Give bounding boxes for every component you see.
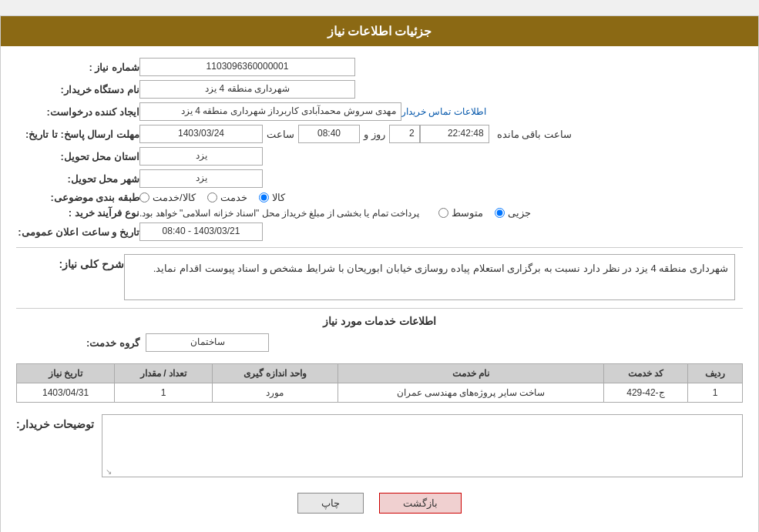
process-jozvi-label: جزیی bbox=[508, 207, 531, 219]
col-row-num: ردیف bbox=[688, 364, 743, 383]
process-note: پرداخت تمام یا بخشی از مبلغ خریداز محل "… bbox=[139, 208, 419, 219]
print-button[interactable]: چاپ bbox=[297, 493, 364, 514]
deadline-date: 1403/03/24 bbox=[139, 125, 263, 143]
resize-icon: ↘ bbox=[104, 467, 112, 475]
cell-row: 1 bbox=[688, 383, 743, 403]
creator-row: ایجاد کننده درخواست: مهدی سروش محمدآبادی… bbox=[16, 102, 743, 121]
cell-date: 1403/04/31 bbox=[17, 383, 115, 403]
process-mottavaset-radio[interactable] bbox=[438, 208, 448, 218]
request-number-row: شماره نیاز : 1103096360000001 bbox=[16, 58, 743, 76]
table-row: 1ج-42-429ساخت سایر پروژه‌های مهندسی عمرا… bbox=[17, 383, 743, 403]
divider-2 bbox=[16, 308, 743, 309]
category-row: طبقه بندی موضوعی: کالا/خدمت خدمت کالا bbox=[16, 192, 743, 203]
services-table-section: ردیف کد خدمت نام خدمت واحد اندازه گیری ت… bbox=[16, 363, 743, 403]
process-jozvi-radio[interactable] bbox=[495, 208, 505, 218]
province-value: یزد bbox=[139, 147, 263, 166]
deadline-time-label: ساعت bbox=[267, 129, 294, 140]
description-text: شهرداری منطقه 4 یزد در نظر دارد نسبت به … bbox=[124, 254, 735, 300]
remarks-box: ↘ bbox=[102, 414, 743, 477]
category-kala-radio[interactable] bbox=[259, 192, 269, 202]
col-service-name: نام خدمت bbox=[338, 364, 603, 383]
remarks-label: توضیحات خریدار: bbox=[16, 418, 94, 430]
services-table-body: 1ج-42-429ساخت سایر پروژه‌های مهندسی عمرا… bbox=[17, 383, 743, 403]
content-area: شماره نیاز : 1103096360000001 نام دستگاه… bbox=[1, 46, 758, 532]
category-kala-label: کالا bbox=[272, 192, 285, 203]
city-value: یزد bbox=[139, 169, 263, 188]
service-group-row: گروه خدمت: ساختمان bbox=[16, 333, 743, 352]
deadline-time: 08:40 bbox=[298, 125, 360, 143]
cell-quantity: 1 bbox=[115, 383, 213, 403]
col-date: تاریخ نیاز bbox=[17, 364, 115, 383]
cell-code: ج-42-429 bbox=[603, 383, 687, 403]
buyer-org-value: شهرداری منطقه 4 یزد bbox=[139, 80, 355, 99]
contact-link[interactable]: اطلاعات تماس خریدار bbox=[401, 106, 486, 117]
cell-name: ساخت سایر پروژه‌های مهندسی عمران bbox=[338, 383, 603, 403]
deadline-days-label: روز و bbox=[364, 129, 385, 140]
province-row: استان محل تحویل: یزد bbox=[16, 147, 743, 166]
category-kala-khedmat-radio[interactable] bbox=[139, 192, 149, 202]
category-khedmat-label: خدمت bbox=[220, 192, 247, 203]
service-group-label: گروه خدمت: bbox=[16, 337, 139, 349]
request-number-label: شماره نیاز : bbox=[16, 62, 139, 73]
creator-value: مهدی سروش محمدآبادی کاربرداز شهرداری منط… bbox=[139, 102, 401, 121]
buyer-org-label: نام دستگاه خریدار: bbox=[16, 84, 139, 95]
page-wrapper: جزئیات اطلاعات نیاز شماره نیاز : 1103096… bbox=[0, 15, 759, 532]
col-quantity: تعداد / مقدار bbox=[115, 364, 213, 383]
description-label: شرح کلی نیاز: bbox=[16, 258, 124, 270]
remarks-section: توضیحات خریدار: ↘ bbox=[16, 414, 743, 477]
divider-1 bbox=[16, 247, 743, 248]
deadline-row: مهلت ارسال پاسخ: تا تاریخ: 1403/03/24 سا… bbox=[16, 125, 743, 143]
province-label: استان محل تحویل: bbox=[16, 151, 139, 162]
buttons-row: بازگشت چاپ bbox=[16, 493, 743, 514]
category-khedmat-radio[interactable] bbox=[207, 192, 217, 202]
services-table-head: ردیف کد خدمت نام خدمت واحد اندازه گیری ت… bbox=[17, 364, 743, 383]
col-service-code: کد خدمت bbox=[603, 364, 687, 383]
category-kala-khedmat-item: کالا/خدمت bbox=[139, 192, 196, 203]
col-unit: واحد اندازه گیری bbox=[213, 364, 338, 383]
process-mottavaset-item: متوسط bbox=[438, 207, 483, 219]
category-radio-group: کالا/خدمت خدمت کالا bbox=[139, 192, 285, 203]
category-kala-khedmat-label: کالا/خدمت bbox=[153, 192, 196, 203]
description-section: شرح کلی نیاز: شهرداری منطقه 4 یزد در نظر… bbox=[16, 254, 743, 300]
announce-value: 1403/03/21 - 08:40 bbox=[139, 223, 263, 241]
process-mottavaset-label: متوسط bbox=[452, 207, 483, 219]
process-radio-group: پرداخت تمام یا بخشی از مبلغ خریداز محل "… bbox=[139, 207, 531, 219]
deadline-remaining-label: ساعت باقی مانده bbox=[497, 129, 572, 140]
page-title: جزئیات اطلاعات نیاز bbox=[327, 25, 432, 38]
announce-row: تاریخ و ساعت اعلان عمومی: 1403/03/21 - 0… bbox=[16, 223, 743, 241]
announce-label: تاریخ و ساعت اعلان عمومی: bbox=[16, 226, 139, 238]
deadline-label: مهلت ارسال پاسخ: تا تاریخ: bbox=[16, 129, 139, 140]
services-table-header-row: ردیف کد خدمت نام خدمت واحد اندازه گیری ت… bbox=[17, 364, 743, 383]
buyer-org-row: نام دستگاه خریدار: شهرداری منطقه 4 یزد bbox=[16, 80, 743, 99]
remarks-value bbox=[102, 415, 742, 477]
deadline-days: 2 bbox=[389, 125, 420, 143]
page-header: جزئیات اطلاعات نیاز bbox=[1, 16, 758, 46]
process-label: نوع فرآیند خرید : bbox=[16, 207, 139, 219]
city-row: شهر محل تحویل: یزد bbox=[16, 169, 743, 188]
process-row: نوع فرآیند خرید : پرداخت تمام یا بخشی از… bbox=[16, 207, 743, 219]
creator-label: ایجاد کننده درخواست: bbox=[16, 106, 139, 118]
back-button[interactable]: بازگشت bbox=[379, 493, 462, 514]
deadline-remaining: 22:42:48 bbox=[420, 125, 489, 143]
cell-unit: مورد bbox=[213, 383, 338, 403]
category-label: طبقه بندی موضوعی: bbox=[16, 192, 139, 203]
process-jozvi-item: جزیی bbox=[495, 207, 531, 219]
category-kala-item: کالا bbox=[259, 192, 285, 203]
request-number-value: 1103096360000001 bbox=[139, 58, 355, 76]
category-khedmat-item: خدمت bbox=[207, 192, 247, 203]
service-group-value: ساختمان bbox=[146, 333, 269, 352]
city-label: شهر محل تحویل: bbox=[16, 173, 139, 185]
services-table: ردیف کد خدمت نام خدمت واحد اندازه گیری ت… bbox=[16, 363, 743, 403]
services-section-title: اطلاعات خدمات مورد نیاز bbox=[16, 315, 743, 327]
